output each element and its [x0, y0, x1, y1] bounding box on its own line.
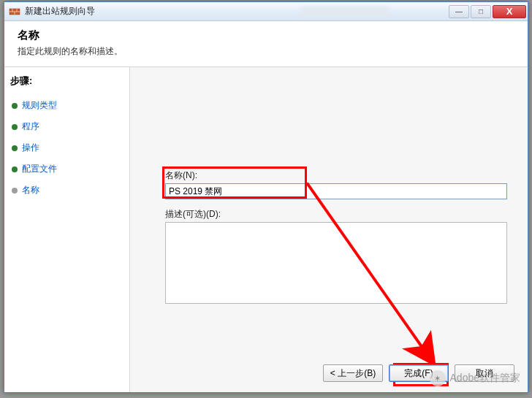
step-name[interactable]: 名称: [10, 180, 123, 201]
main-panel: 名称(N): 描述(可选)(D):: [130, 67, 528, 392]
name-label: 名称(N):: [165, 169, 507, 182]
bullet-icon: [12, 167, 18, 172]
step-label: 名称: [22, 184, 39, 196]
firewall-icon: [9, 6, 20, 18]
step-label: 程序: [22, 120, 39, 133]
step-label: 配置文件: [22, 163, 57, 175]
wizard-body: 步骤: 规则类型 程序 操作 配置文件: [4, 67, 528, 392]
description-label: 描述(可选)(D):: [165, 208, 507, 221]
titlebar-blur: [301, 7, 389, 17]
page-title: 名称: [18, 28, 514, 42]
content: 名称 指定此规则的名称和描述。 步骤: 规则类型 程序 操作: [4, 21, 528, 392]
back-button[interactable]: < 上一步(B): [323, 364, 383, 382]
steps-sidebar: 步骤: 规则类型 程序 操作 配置文件: [4, 67, 130, 392]
step-label: 规则类型: [22, 99, 57, 112]
description-textarea[interactable]: [165, 222, 507, 304]
step-label: 操作: [22, 142, 39, 154]
bullet-icon: [12, 124, 18, 130]
cancel-button[interactable]: 取消: [455, 364, 514, 382]
button-row: < 上一步(B) 完成(F) 取消: [323, 364, 514, 382]
window-title: 新建出站规则向导: [25, 5, 301, 18]
titlebar: 新建出站规则向导 — □ X: [4, 2, 528, 21]
wizard-header: 名称 指定此规则的名称和描述。: [4, 21, 528, 67]
name-input[interactable]: [165, 183, 507, 199]
step-program[interactable]: 程序: [10, 116, 123, 137]
bullet-icon: [12, 188, 18, 194]
bullet-icon: [12, 145, 18, 151]
page-subtitle: 指定此规则的名称和描述。: [18, 45, 514, 58]
steps-title: 步骤:: [10, 74, 123, 88]
step-rule-type[interactable]: 规则类型: [10, 95, 123, 116]
minimize-button[interactable]: —: [449, 5, 469, 18]
bullet-icon: [12, 103, 18, 109]
wizard-window: 新建出站规则向导 — □ X 名称 指定此规则的名称和描述。 步骤: 规则类型 …: [4, 1, 528, 393]
finish-button[interactable]: 完成(F): [389, 364, 449, 382]
step-profile[interactable]: 配置文件: [10, 158, 123, 180]
form-area: 名称(N): 描述(可选)(D):: [165, 169, 507, 306]
step-action[interactable]: 操作: [10, 137, 123, 158]
close-button[interactable]: X: [493, 5, 526, 18]
maximize-button[interactable]: □: [471, 5, 491, 18]
